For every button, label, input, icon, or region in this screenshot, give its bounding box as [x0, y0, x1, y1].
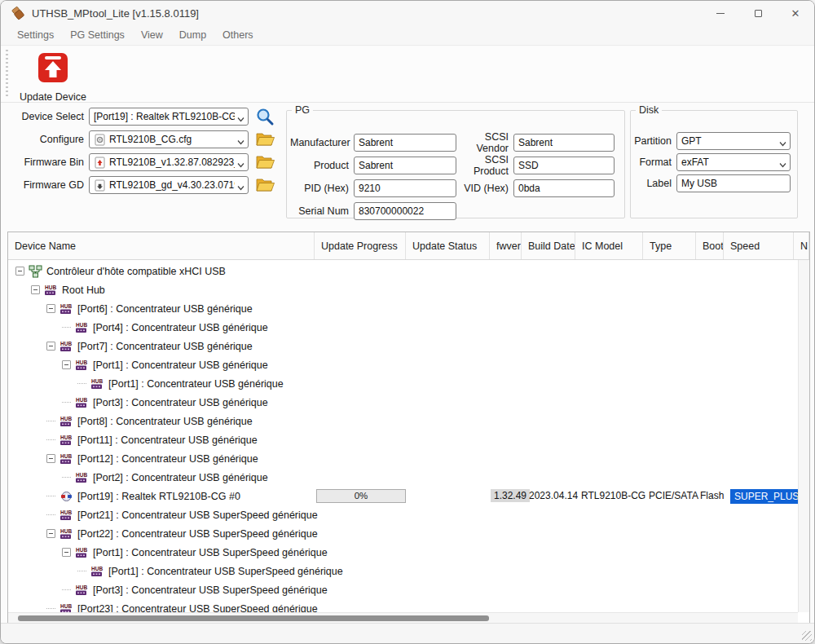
collapse-toggle-icon[interactable]	[46, 304, 55, 313]
format-combo[interactable]: exFAT	[676, 153, 791, 171]
horizontal-scrollbar-thumb[interactable]	[18, 615, 489, 621]
scsi-vendor-label: SCSI Vendor	[452, 131, 513, 154]
svg-text:HUB: HUB	[60, 603, 72, 609]
column-header[interactable]: N	[794, 232, 809, 259]
collapse-toggle-icon[interactable]	[46, 529, 55, 538]
vid-hex-field[interactable]	[513, 179, 615, 197]
column-header[interactable]: Update Status	[406, 232, 490, 259]
resize-grip[interactable]	[802, 631, 812, 641]
update-device-button[interactable]: Update Device	[11, 46, 95, 104]
tree-row[interactable]: HUB [Port4] : Concentrateur USB génériqu…	[8, 318, 798, 337]
tree-connector	[77, 571, 86, 571]
firmware-bin-value: RTL9210B_v1.32.87.082923_signed.	[109, 157, 235, 168]
column-header[interactable]: Speed	[724, 232, 794, 259]
column-header-label: IC Model	[582, 240, 623, 252]
tree-row[interactable]: HUB [Port1] : Concentrateur USB SuperSpe…	[8, 543, 798, 562]
collapse-toggle-icon[interactable]	[62, 548, 71, 557]
device-name: [Port2] : Concentrateur USB générique	[91, 472, 268, 483]
tree-row[interactable]: HUB [Port1] : Concentrateur USB génériqu…	[8, 355, 798, 374]
device-name: [Port6] : Concentrateur USB générique	[76, 303, 253, 315]
collapse-toggle-icon[interactable]	[62, 360, 71, 369]
collapse-toggle-icon[interactable]	[46, 454, 55, 463]
device-name: [Port4] : Concentrateur USB générique	[91, 322, 268, 333]
app-window: UTHSB_MPtool_Lite [v1.15.8.0119] ✕ Setti…	[0, 0, 815, 644]
tree-row[interactable]: HUB [Port8] : Concentrateur USB génériqu…	[8, 412, 798, 430]
svg-text:HUB: HUB	[76, 397, 87, 403]
title-bar: UTHSB_MPtool_Lite [v1.15.8.0119] ✕	[1, 1, 814, 25]
column-header[interactable]: IC Model	[575, 232, 643, 259]
svg-text:HUB: HUB	[60, 453, 72, 459]
column-header[interactable]: Boot	[696, 232, 724, 259]
tree-row[interactable]: HUB [Port3] : Concentrateur USB génériqu…	[8, 393, 798, 412]
browse-firmware-bin-button[interactable]	[254, 152, 275, 172]
column-header[interactable]: Build Date	[522, 232, 575, 259]
tree-row[interactable]: HUB [Port1] : Concentrateur USB génériqu…	[8, 374, 798, 393]
collapse-toggle-icon[interactable]	[46, 342, 55, 351]
device-select-label: Device Select	[1, 111, 89, 122]
tree-row[interactable]: HUB [Port2] : Concentrateur USB génériqu…	[8, 468, 798, 487]
collapse-toggle-icon[interactable]	[31, 285, 40, 294]
volume-label-field[interactable]	[676, 174, 791, 192]
tree-row[interactable]: HUB [Port1] : Concentrateur USB SuperSpe…	[8, 562, 798, 580]
menu-others[interactable]: Others	[214, 29, 262, 41]
svg-text:HUB: HUB	[60, 416, 72, 421]
tree-row[interactable]: HUB [Port12] : Concentrateur USB génériq…	[8, 449, 798, 468]
collapse-toggle-icon[interactable]	[15, 267, 24, 276]
svg-text:HUB: HUB	[76, 359, 87, 365]
update-device-label: Update Device	[20, 91, 86, 103]
tree-row[interactable]: HUB [Port3] : Concentrateur USB SuperSpe…	[8, 580, 798, 599]
firmware-gd-value: RTL9210B_gd_v4.30.23.071922.bin	[109, 179, 235, 191]
menu-view[interactable]: View	[133, 29, 171, 41]
tree-row[interactable]: HUB [Port23] : Concentrateur USB SuperSp…	[8, 599, 798, 612]
column-header[interactable]: fwver	[490, 232, 522, 259]
device-name: [Port19] : Realtek RTL9210B-CG #0	[76, 491, 240, 502]
browse-firmware-gd-button[interactable]	[254, 175, 275, 195]
browse-config-button[interactable]	[254, 130, 275, 149]
chevron-down-icon	[237, 157, 244, 171]
cell-boot: Flash	[700, 489, 724, 502]
tree-row[interactable]: HUB [Port11] : Concentrateur USB génériq…	[8, 430, 798, 449]
usb-hub-icon: HUB	[74, 321, 89, 334]
tree-row[interactable]: HUB [Port21] : Concentrateur USB SuperSp…	[8, 505, 798, 524]
toolbar-gripper[interactable]	[6, 50, 8, 97]
update-device-icon	[35, 50, 71, 89]
column-header[interactable]: Update Progress	[315, 232, 406, 259]
firmware-bin-combo[interactable]: RTL9210B_v1.32.87.082923_signed.	[89, 153, 249, 171]
svg-text:HUB: HUB	[60, 434, 72, 440]
app-usb-drive-icon	[11, 6, 25, 20]
tree-row[interactable]: HUB [Port22] : Concentrateur USB SuperSp…	[8, 524, 798, 543]
partition-value: GPT	[681, 135, 702, 147]
tree-row[interactable]: HUB Root Hub	[8, 280, 798, 299]
menu-dump[interactable]: Dump	[171, 29, 214, 41]
horizontal-scrollbar[interactable]	[8, 612, 798, 623]
tree-row[interactable]: Contrôleur d'hôte compatible xHCI USB	[8, 262, 798, 280]
close-button[interactable]: ✕	[777, 1, 814, 25]
menu-pg-settings[interactable]: PG Settings	[62, 29, 133, 41]
column-header[interactable]: Device Name	[8, 232, 315, 259]
firmware-gd-combo[interactable]: RTL9210B_gd_v4.30.23.071922.bin	[89, 176, 249, 194]
tree-row[interactable]: HUB [Port6] : Concentrateur USB génériqu…	[8, 299, 798, 318]
minimize-button[interactable]	[702, 1, 739, 25]
partition-combo[interactable]: GPT	[676, 132, 791, 150]
pid-hex-field[interactable]	[354, 179, 456, 197]
serial-num-field[interactable]	[354, 202, 456, 220]
search-device-button[interactable]	[254, 107, 275, 126]
scsi-product-field[interactable]	[513, 157, 615, 174]
configure-combo[interactable]: RTL9210B_CG.cfg	[89, 130, 249, 148]
svg-text:HUB: HUB	[76, 322, 87, 328]
device-name: [Port7] : Concentrateur USB générique	[76, 341, 253, 352]
maximize-button[interactable]	[739, 1, 777, 25]
product-field[interactable]	[354, 157, 456, 174]
tree-row[interactable]: [Port19] : Realtek RTL9210B-CG #0 0%1.32…	[8, 487, 798, 505]
column-header[interactable]: Type	[643, 232, 696, 259]
device-select-combo[interactable]: [Port19] : Realtek RTL9210B-CG #0	[89, 108, 249, 126]
device-name: [Port1] : Concentrateur USB SuperSpeed g…	[91, 547, 328, 558]
tree-row[interactable]: HUB [Port7] : Concentrateur USB génériqu…	[8, 337, 798, 355]
firmware-bin-file-icon	[94, 157, 106, 169]
menu-settings[interactable]: Settings	[9, 29, 62, 41]
configure-value: RTL9210B_CG.cfg	[109, 134, 192, 145]
cell-type: PCIE/SATA	[649, 489, 698, 502]
vertical-scrollbar[interactable]	[798, 260, 809, 612]
manufacturer-field[interactable]	[354, 134, 456, 152]
scsi-vendor-field[interactable]	[513, 134, 615, 152]
